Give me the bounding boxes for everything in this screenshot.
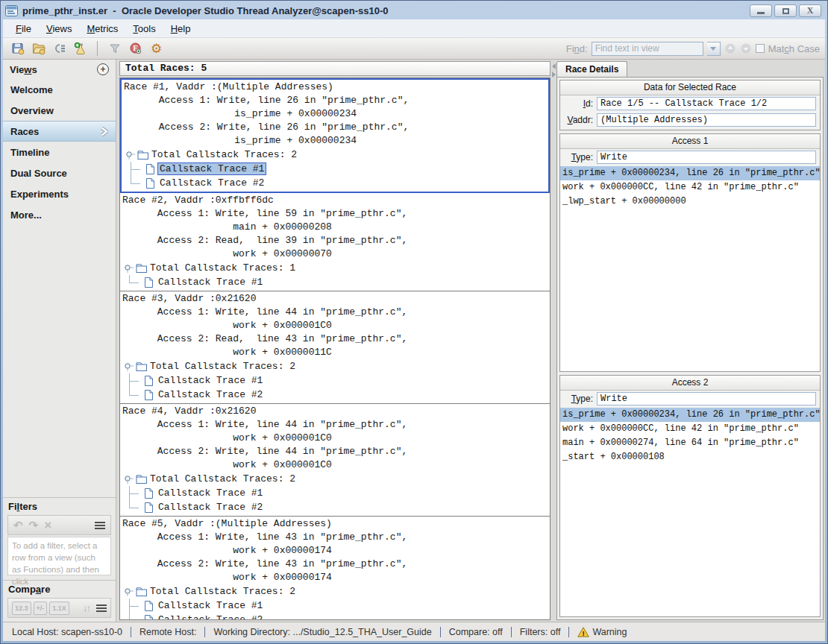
close-button[interactable]: X [799, 4, 821, 17]
race-item-5[interactable]: Race #5, Vaddr :(Multiple Addresses) Acc… [120, 517, 550, 620]
compare-mode-button[interactable]: 1.1X [49, 602, 69, 615]
race-text-line: Race #4, Vaddr :0x21620 [120, 405, 550, 418]
open-experiment-icon [32, 42, 46, 55]
sidebar-item-dual-source[interactable]: Dual Source [3, 162, 116, 183]
compare-menu-icon[interactable] [96, 604, 107, 612]
menu-file[interactable]: File [9, 21, 38, 37]
status-separator [131, 627, 131, 637]
undo-filter-icon[interactable]: ↶ [13, 520, 23, 531]
folder-icon [137, 150, 149, 160]
race-text-line: Access 2: Write, line 44 in "prime_pthr.… [120, 445, 550, 458]
sidebar-item-experiments[interactable]: Experiments [3, 183, 116, 204]
find-next-button[interactable] [740, 42, 752, 54]
tree-connector [129, 500, 144, 514]
stack-frame[interactable]: work + 0x000000CC, line 42 in "prime_pth… [560, 422, 820, 436]
race-text-line: work + 0x00000174 [120, 571, 550, 584]
vaddr-field[interactable]: (Multiple Addresses) [597, 113, 816, 127]
stack-frame[interactable]: main + 0x00000274, line 64 in "prime_pth… [560, 436, 820, 450]
callstack-trace-item[interactable]: Callstack Trace #1 [120, 275, 550, 289]
compare-mode-button[interactable]: 12.3 [12, 602, 31, 615]
filters-hint: To add a filter, select a row from a vie… [7, 537, 111, 575]
function-colors-button[interactable]: F [126, 40, 145, 57]
callstack-traces-label: Total Callstack Traces: 2 [150, 473, 295, 484]
new-experiment-icon [74, 42, 87, 55]
tree-expand-handle-icon[interactable] [124, 263, 134, 273]
tab-race-details[interactable]: Race Details [556, 61, 627, 77]
menu-views[interactable]: Views [40, 21, 78, 37]
menu-tools[interactable]: Tools [126, 21, 162, 37]
sidebar-item-welcome[interactable]: Welcome [3, 79, 116, 100]
callstack-trace-item[interactable]: Callstack Trace #2 [120, 388, 550, 402]
callstack-trace-item[interactable]: Callstack Trace #1 [120, 599, 550, 613]
compare-panel: Compare 12.3+/-1.1X ↓↑ [3, 580, 116, 622]
callstack-trace-item[interactable]: Callstack Trace #2 [120, 500, 550, 514]
sidebar-item-label: Welcome [10, 84, 53, 95]
callstack-traces-node[interactable]: Total Callstack Traces: 2 [122, 148, 548, 162]
races-list: Race #1, Vaddr :(Multiple Addresses) Acc… [119, 78, 551, 620]
panel-splitter[interactable] [551, 60, 556, 622]
race-text-line: work + 0x00000174 [120, 544, 550, 558]
compare-experiments-button[interactable] [50, 40, 69, 57]
match-case-checkbox[interactable] [756, 44, 765, 53]
maximize-button[interactable] [774, 4, 797, 17]
stack-frame[interactable]: _lwp_start + 0x00000000 [560, 195, 820, 209]
maximize-icon [782, 8, 789, 14]
race-item-2[interactable]: Race #2, Vaddr :0xffbff6dc Access 1: Wri… [120, 193, 550, 291]
race-item-1[interactable]: Race #1, Vaddr :(Multiple Addresses) Acc… [120, 78, 550, 193]
filter-button[interactable] [105, 40, 124, 57]
access2-type-field[interactable]: Write [597, 392, 816, 405]
find-input[interactable] [592, 42, 703, 56]
sort-icon[interactable]: ↓↑ [83, 602, 90, 613]
sidebar-item-timeline[interactable]: Timeline [3, 142, 116, 162]
add-view-button[interactable]: + [97, 63, 109, 75]
callstack-traces-node[interactable]: Total Callstack Traces: 2 [120, 584, 550, 599]
tree-connector [129, 388, 144, 402]
stack-frame[interactable]: is_prime + 0x00000234, line 26 in "prime… [560, 408, 820, 422]
settings-button[interactable]: ⚙ [147, 40, 166, 57]
stack-frame[interactable]: is_prime + 0x00000234, line 26 in "prime… [560, 166, 820, 180]
find-previous-button[interactable] [724, 42, 736, 54]
menu-bar: FileViewsMetricsToolsHelp [3, 19, 825, 38]
tree-expand-handle-icon[interactable] [124, 587, 134, 596]
stack-frame[interactable]: work + 0x000000CC, line 42 in "prime_pth… [560, 180, 820, 195]
tree-expand-handle-icon[interactable] [124, 362, 134, 371]
warning-indicator[interactable]: !Warning [577, 627, 627, 637]
callstack-trace-item[interactable]: Callstack Trace #2 [122, 176, 548, 190]
callstack-traces-node[interactable]: Total Callstack Traces: 2 [120, 472, 550, 486]
menu-metrics[interactable]: Metrics [80, 21, 125, 37]
tree-expand-handle-icon[interactable] [125, 150, 135, 160]
tree-expand-handle-icon[interactable] [124, 474, 134, 484]
callstack-traces-node[interactable]: Total Callstack Traces: 2 [120, 359, 550, 373]
status-segment: Working Directory: .../Studio_12.5_THA_U… [213, 627, 431, 637]
minimize-button[interactable] [750, 4, 772, 17]
save-experiment-button[interactable] [8, 40, 27, 57]
find-dropdown-button[interactable] [707, 42, 721, 56]
stack-frame[interactable]: _start + 0x00000108 [560, 450, 820, 464]
compare-mode-button[interactable]: +/- [34, 602, 48, 615]
filters-menu-icon[interactable] [95, 522, 105, 529]
sidebar-item-races[interactable]: Races [3, 121, 116, 142]
remove-filter-icon[interactable]: × [44, 519, 51, 531]
race-text-line: Race #5, Vaddr :(Multiple Addresses) [120, 517, 550, 531]
menu-help[interactable]: Help [164, 21, 198, 37]
sidebar-item-label: Races [10, 126, 39, 137]
access1-type-field[interactable]: Write [597, 151, 816, 164]
total-races-header: Total Races: 5 [119, 61, 551, 76]
callstack-traces-node[interactable]: Total Callstack Traces: 1 [120, 261, 550, 275]
callstack-trace-item[interactable]: Callstack Trace #1 [120, 486, 550, 500]
race-item-4[interactable]: Race #4, Vaddr :0x21620 Access 1: Write,… [120, 404, 550, 517]
new-experiment-button[interactable] [71, 40, 90, 57]
callstack-trace-item[interactable]: Callstack Trace #2 [120, 613, 550, 620]
collapse-right-icon[interactable] [552, 72, 556, 78]
callstack-trace-item[interactable]: Callstack Trace #1 [120, 373, 550, 388]
callstack-trace-item[interactable]: Callstack Trace #1 [122, 162, 548, 176]
collapse-left-icon[interactable] [552, 63, 556, 69]
sidebar-item-overview[interactable]: Overview [3, 100, 116, 121]
callstack-trace-label: Callstack Trace #1 [156, 375, 265, 386]
sidebar-item-more[interactable]: More... [3, 204, 116, 225]
race-text-line: is_prime + 0x00000234 [122, 134, 548, 148]
race-item-3[interactable]: Race #3, Vaddr :0x21620 Access 1: Write,… [120, 291, 550, 404]
open-experiment-button[interactable] [29, 40, 48, 57]
id-field[interactable]: Race 1/5 -- Callstack Trace 1/2 [597, 97, 816, 110]
redo-filter-icon[interactable]: ↷ [29, 520, 39, 531]
